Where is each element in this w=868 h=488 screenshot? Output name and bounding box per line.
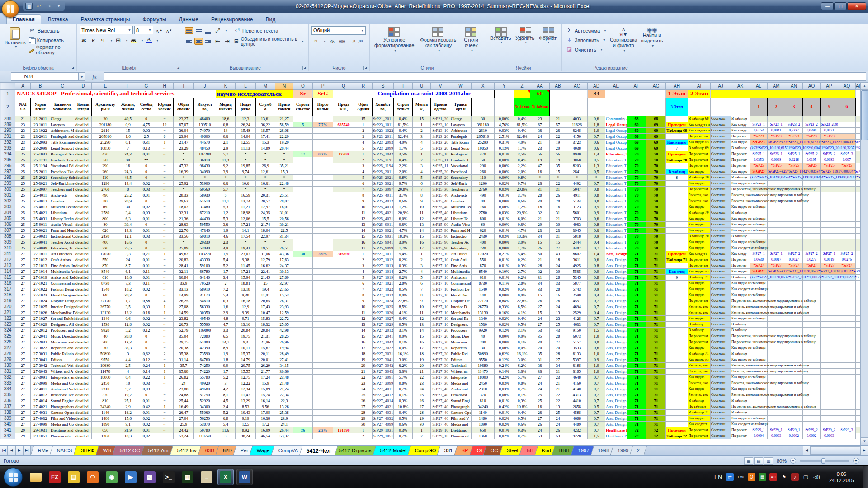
col-title-B[interactable]: Управ ление [31,98,50,116]
cell[interactable]: 0,03% [495,233,514,239]
cell[interactable]: 52920 [194,398,216,404]
cell[interactable]: 21,48 [275,380,293,386]
cell[interactable]: * [275,174,293,180]
align-bottom-icon[interactable] [204,27,212,34]
cell[interactable]: 9150 [566,327,588,333]
cell[interactable]: * [256,174,275,180]
cell[interactable]: detailed [75,239,92,245]
cell[interactable]: 20,56 [275,216,293,221]
cell[interactable]: Соотнош [711,339,731,345]
cell[interactable]: 35 [530,351,550,357]
cell[interactable]: 4,1% [514,310,530,315]
cell[interactable]: 27 [530,415,550,421]
cell[interactable]: SrP27_3031 [373,351,394,357]
cell[interactable]: 70 [646,186,666,192]
cell[interactable] [293,315,313,321]
cell[interactable] [785,351,803,357]
cell[interactable] [856,280,861,286]
cell[interactable] [856,345,861,351]
cell[interactable]: 5 [413,274,431,280]
cell[interactable]: 27 [550,339,566,345]
cell[interactable]: 71 [627,404,646,409]
cell[interactable]: 24 [530,427,550,433]
cell[interactable] [821,116,838,122]
cell[interactable]: ~ [156,333,174,339]
cell[interactable]: detailed [75,139,92,145]
cell[interactable]: 2 [354,257,373,263]
cell[interactable]: 19,94 [275,345,293,351]
cell[interactable]: 4 [354,169,373,174]
cell[interactable]: 3 [354,263,373,268]
cell[interactable]: ~ [156,174,174,180]
cell[interactable]: 12,97 [256,204,275,210]
formula-cell[interactable]: 0,097 [838,157,856,163]
cell[interactable]: 0,01 [137,227,156,233]
cell[interactable] [333,227,354,233]
cell[interactable] [333,286,354,292]
cell[interactable] [856,315,861,321]
cell[interactable]: 8730 [472,280,495,286]
row-header[interactable]: 297 [0,169,15,174]
formula-cell[interactable]: (k25*SrP25_1042^0,03534*SrP25_1191^0,003… [750,174,768,180]
cell[interactable]: 27 [15,310,31,315]
cell[interactable] [313,245,333,251]
cell[interactable] [333,280,354,286]
cell[interactable]: 0,03 [137,380,156,386]
cell[interactable]: 59550 [194,221,216,227]
cell[interactable]: 27 [15,292,31,298]
cell[interactable]: Arts, Design [605,263,627,268]
cell[interactable] [838,409,856,415]
cell[interactable]: 34240 [472,404,495,409]
font-color-button[interactable]: А [145,36,153,45]
cell[interactable]: 71 [646,304,666,310]
cell[interactable]: 2450 [92,380,119,386]
cell[interactable] [803,245,821,251]
cell[interactable]: В таблице [731,210,750,216]
cell[interactable]: 28 [550,286,566,292]
cell[interactable]: 23 [15,122,31,127]
cell[interactable]: SrP21_2011 [373,116,394,122]
cell[interactable]: По расчетам [688,433,711,439]
cell[interactable]: 70 [627,239,646,245]
terminal2-taskbar-icon[interactable]: ▦ [179,469,196,485]
cell[interactable]: 5 [413,145,431,151]
cell[interactable]: 70 [627,233,646,239]
column-header-AG[interactable]: AG [646,83,666,90]
prev-sheet-icon[interactable]: ◀ [8,446,15,455]
cell[interactable]: 0,03% [495,386,514,392]
cell[interactable]: 31,14 [174,357,194,362]
cell[interactable]: 26,47 [174,409,194,415]
cell[interactable]: 18,2 [119,286,137,292]
cell[interactable]: * [174,151,194,157]
cell[interactable]: 70 [627,204,646,210]
cell[interactable]: 14,79 [236,357,256,362]
word-taskbar-icon[interactable]: W [236,469,253,485]
cell[interactable]: 0 [137,116,156,122]
cell[interactable]: 25 [15,157,31,163]
cell[interactable] [768,180,785,186]
cell[interactable]: Clergy [450,116,472,122]
cell[interactable]: 11 [354,210,373,216]
cell[interactable]: 110 [472,174,495,180]
cell[interactable]: Соотнош [711,427,731,433]
cell[interactable]: detailed [75,221,92,227]
cell[interactable] [856,304,861,310]
cell[interactable]: 0,2% [394,274,413,280]
cell[interactable]: detailed [75,380,92,386]
cell[interactable] [821,368,838,374]
cell[interactable]: 0,13 [137,145,156,151]
cell[interactable]: 0,16% [495,310,514,315]
cell[interactable]: SrP25_30 [431,180,450,186]
cell[interactable]: SrP27_1029 [373,321,394,327]
cell[interactable]: По расчетам [688,157,711,163]
cell[interactable]: По расчет [731,133,750,139]
cell[interactable] [838,357,856,362]
undo-icon[interactable]: ↶ [35,3,42,10]
cell[interactable]: 3 [413,263,431,268]
cell[interactable] [803,221,821,227]
notes-taskbar-icon[interactable]: ▤ [66,469,82,485]
cell[interactable] [838,298,856,304]
cell[interactable]: 8 [354,192,373,198]
cell[interactable]: 20,11 [256,351,275,357]
cell[interactable] [856,198,861,204]
